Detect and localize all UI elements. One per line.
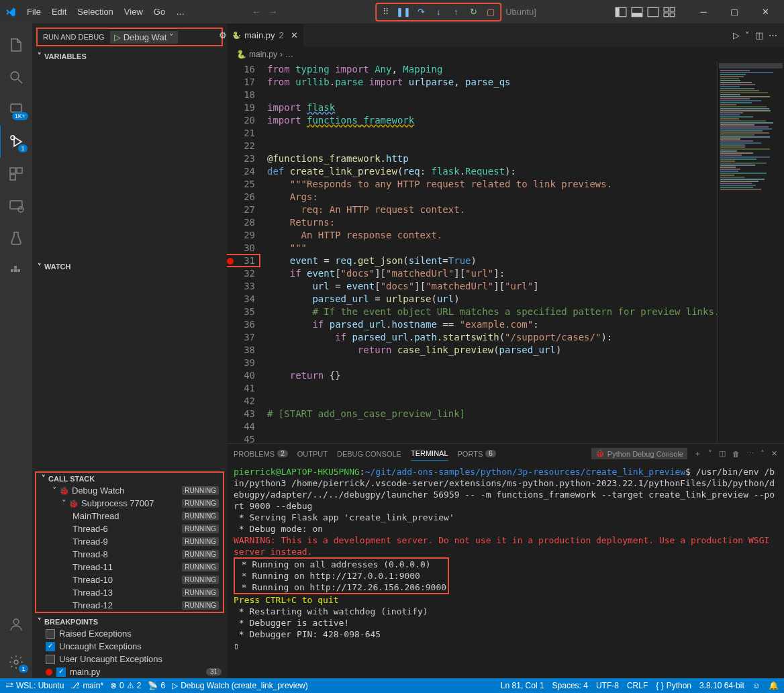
menu-more[interactable]: … bbox=[170, 4, 190, 19]
code-content[interactable]: from typing import Any, Mappingfrom urll… bbox=[267, 62, 717, 443]
watch-section[interactable]: ˅WATCH bbox=[32, 261, 227, 273]
layout-bottom-icon[interactable] bbox=[631, 6, 643, 18]
bp-uncaught[interactable]: Uncaught Exceptions bbox=[32, 640, 227, 653]
session-root[interactable]: ˅ 🐞 Debug Watch RUNNING bbox=[36, 484, 223, 497]
status-position[interactable]: Ln 81, Col 1 bbox=[501, 681, 544, 690]
tab-output[interactable]: OUTPUT bbox=[297, 447, 328, 461]
tab-terminal[interactable]: TERMINAL bbox=[411, 447, 448, 461]
window-minimize[interactable]: ─ bbox=[690, 3, 717, 21]
launch-config-select[interactable]: ▷ Debug Wat ˅ bbox=[110, 31, 179, 44]
menu-file[interactable]: File bbox=[21, 4, 46, 19]
thread-row[interactable]: Thread-10RUNNING bbox=[36, 573, 223, 586]
subprocess-row[interactable]: ˅ 🐞 Subprocess 77007 RUNNING bbox=[36, 497, 223, 510]
bug-icon: 🐞 bbox=[68, 499, 79, 508]
menu-edit[interactable]: Edit bbox=[46, 4, 72, 19]
new-terminal-icon[interactable]: ＋ bbox=[694, 449, 701, 459]
activity-extensions[interactable] bbox=[0, 158, 32, 190]
restart-icon[interactable]: ↻ bbox=[467, 5, 480, 19]
maximize-panel-icon[interactable]: ˄ bbox=[761, 449, 765, 458]
status-ports[interactable]: 📡6 bbox=[148, 681, 165, 690]
breakpoints-section[interactable]: ˅BREAKPOINTS bbox=[32, 616, 227, 627]
window-close[interactable]: ✕ bbox=[752, 3, 779, 21]
status-feedback[interactable]: ☺ bbox=[752, 681, 761, 690]
status-debug[interactable]: ▷Debug Watch (create_link_preview) bbox=[172, 681, 308, 690]
more-icon[interactable]: ⋯ bbox=[769, 30, 777, 40]
dropdown-icon[interactable]: ˅ bbox=[708, 449, 712, 458]
panel-tabs: PROBLEMS2 OUTPUT DEBUG CONSOLE TERMINAL … bbox=[227, 444, 784, 463]
tab-ports[interactable]: PORTS6 bbox=[458, 447, 496, 461]
checkbox[interactable] bbox=[56, 667, 66, 677]
status-branch[interactable]: ⎇main* bbox=[70, 681, 103, 690]
svg-rect-14 bbox=[10, 168, 15, 173]
variables-section[interactable]: ˅VARIABLES bbox=[32, 50, 227, 62]
close-panel-icon[interactable]: ✕ bbox=[771, 449, 777, 458]
step-over-icon[interactable]: ↷ bbox=[414, 5, 428, 19]
thread-row[interactable]: Thread-9RUNNING bbox=[36, 535, 223, 548]
drag-handle-icon[interactable]: ⠿ bbox=[379, 5, 393, 19]
minimap[interactable] bbox=[717, 62, 784, 443]
terminal-selector[interactable]: 🐞Python Debug Console bbox=[591, 448, 687, 459]
status-lang[interactable]: { }Python bbox=[656, 681, 691, 690]
bp-user-uncaught[interactable]: User Uncaught Exceptions bbox=[32, 653, 227, 665]
activity-account[interactable] bbox=[0, 608, 32, 641]
activity-debug[interactable]: 1 bbox=[0, 126, 32, 158]
split-terminal-icon[interactable]: ◫ bbox=[719, 449, 726, 458]
layout-right-icon[interactable] bbox=[647, 6, 659, 18]
activity-docker[interactable] bbox=[0, 255, 32, 287]
thread-row[interactable]: Thread-13RUNNING bbox=[36, 586, 223, 599]
callstack-section[interactable]: ˅CALL STACK bbox=[36, 473, 223, 484]
more-icon[interactable]: ⋯ bbox=[746, 449, 754, 458]
thread-row[interactable]: MainThreadRUNNING bbox=[36, 510, 223, 522]
layout-custom-icon[interactable] bbox=[663, 6, 675, 18]
run-icon[interactable]: ▷ bbox=[733, 30, 740, 40]
close-icon[interactable]: ✕ bbox=[291, 30, 298, 40]
terminal-content[interactable]: pierrick@LAPTOP-HKU5PNNG:~/git/add-ons-s… bbox=[227, 463, 784, 678]
thread-row[interactable]: Thread-6RUNNING bbox=[36, 522, 223, 535]
activity-testing[interactable] bbox=[0, 222, 32, 255]
call-stack-panel: ˅CALL STACK ˅ 🐞 Debug Watch RUNNING ˅ 🐞 … bbox=[35, 471, 224, 613]
stop-icon[interactable]: ▢ bbox=[484, 5, 497, 19]
breadcrumb[interactable]: 🐍 main.py › … bbox=[227, 47, 784, 62]
activity-explorer[interactable] bbox=[0, 29, 32, 61]
activity-remote[interactable]: 1K+ bbox=[0, 93, 32, 126]
status-pyver[interactable]: 3.8.10 64-bit bbox=[699, 681, 744, 690]
chevron-down-icon: ˅ bbox=[169, 32, 174, 42]
svg-rect-20 bbox=[14, 269, 17, 272]
dropdown-icon[interactable]: ˅ bbox=[745, 30, 750, 40]
split-editor-icon[interactable]: ◫ bbox=[755, 30, 763, 40]
layout-left-icon[interactable] bbox=[615, 6, 627, 18]
activity-search[interactable] bbox=[0, 61, 32, 93]
pause-icon[interactable]: ❚❚ bbox=[397, 5, 410, 19]
menu-view[interactable]: View bbox=[119, 4, 148, 19]
menu-go[interactable]: Go bbox=[148, 4, 170, 19]
nav-fwd-icon[interactable]: → bbox=[264, 4, 281, 19]
status-remote[interactable]: ⮂WSL: Ubuntu bbox=[5, 681, 64, 690]
status-bell[interactable]: 🔔 bbox=[769, 681, 779, 690]
window-maximize[interactable]: ▢ bbox=[721, 3, 748, 21]
step-out-icon[interactable]: ↑ bbox=[449, 5, 462, 19]
nav-back-icon[interactable]: ← bbox=[248, 4, 264, 19]
warning-icon: ⚠ bbox=[127, 681, 134, 690]
breakpoint-dot-icon bbox=[46, 669, 52, 676]
status-problems[interactable]: ⊗0 ⚠2 bbox=[110, 681, 141, 690]
status-spaces[interactable]: Spaces: 4 bbox=[552, 681, 588, 690]
thread-row[interactable]: Thread-11RUNNING bbox=[36, 561, 223, 573]
checkbox[interactable] bbox=[46, 655, 55, 664]
step-into-icon[interactable]: ↓ bbox=[432, 5, 445, 19]
kill-terminal-icon[interactable]: 🗑 bbox=[732, 450, 740, 458]
status-eol[interactable]: CRLF bbox=[627, 681, 648, 690]
tab-debug-console[interactable]: DEBUG CONSOLE bbox=[337, 447, 401, 461]
bp-raised[interactable]: Raised Exceptions bbox=[32, 627, 227, 640]
thread-row[interactable]: Thread-12RUNNING bbox=[36, 599, 223, 612]
thread-row[interactable]: Thread-8RUNNING bbox=[36, 548, 223, 561]
menu-selection[interactable]: Selection bbox=[72, 4, 118, 19]
checkbox[interactable] bbox=[46, 642, 55, 651]
activity-settings[interactable]: 1 bbox=[0, 646, 32, 678]
activity-remote-explorer[interactable] bbox=[0, 190, 32, 222]
bp-file[interactable]: main.py31 bbox=[32, 665, 227, 678]
config-gear-icon[interactable]: ⚙ bbox=[219, 30, 227, 40]
tab-problems[interactable]: PROBLEMS2 bbox=[234, 447, 288, 461]
status-encoding[interactable]: UTF-8 bbox=[596, 681, 619, 690]
checkbox[interactable] bbox=[46, 629, 55, 639]
code-editor[interactable]: 1617181920212223242526272829303132333435… bbox=[227, 62, 784, 443]
